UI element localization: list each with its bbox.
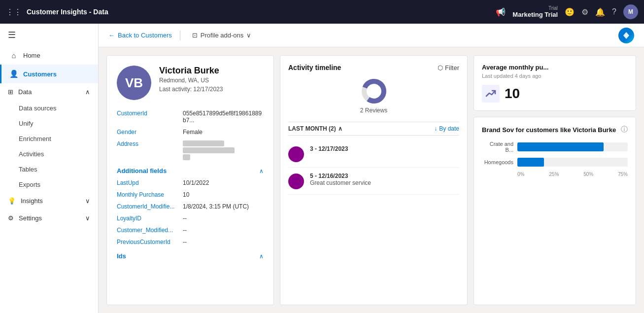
- profile-addons-square-icon: ⊡: [192, 32, 198, 39]
- brand-title: Brand Sov for customers like Victoria Bu…: [482, 126, 616, 134]
- sort-icon: ↓: [434, 125, 437, 132]
- field-gender: Gender Female: [117, 129, 264, 136]
- brand-card: Brand Sov for customers like Victoria Bu…: [474, 117, 636, 305]
- sidebar-item-home[interactable]: ⌂ Home: [0, 46, 98, 65]
- settings-icon: ⚙: [8, 214, 14, 222]
- activity-item-1: 3 - 12/17/2023: [288, 140, 459, 168]
- trend-icon: [482, 85, 500, 103]
- customer-header: VB Victoria Burke Redmond, WA, US Last a…: [117, 66, 264, 100]
- activity-details-1: 3 - 12/17/2023: [310, 145, 348, 152]
- avg-stat-card: Average monthly pu... Last updated 4 day…: [474, 55, 636, 111]
- avg-stat-subtitle: Last updated 4 days ago: [482, 73, 628, 79]
- sidebar-item-tables[interactable]: Tables: [0, 162, 98, 177]
- sidebar-item-settings-label: Settings: [19, 214, 42, 222]
- sidebar-item-activities[interactable]: Activities: [0, 146, 98, 162]
- user-avatar[interactable]: M: [623, 4, 638, 19]
- activity-desc-2: Great customer service: [310, 179, 371, 186]
- filter-button[interactable]: ⬡ Filter: [438, 64, 459, 71]
- activity-title: Activity timeline: [288, 64, 341, 71]
- bar-fill-2: [517, 158, 544, 167]
- field-value-previous-customerid: --: [183, 239, 264, 245]
- profile-addons-button[interactable]: ⊡ Profile add-ons ∨: [188, 30, 255, 41]
- activity-header: Activity timeline ⬡ Filter: [288, 64, 459, 71]
- reviews-section: 2 Reviews: [288, 77, 459, 114]
- ci-logo: [618, 28, 634, 43]
- back-arrow-icon: ←: [108, 32, 115, 39]
- announcements-icon[interactable]: 📢: [496, 7, 506, 17]
- gear-icon[interactable]: ⚙: [581, 7, 588, 17]
- smiley-icon[interactable]: 🙂: [565, 7, 575, 17]
- field-label-customerid: CustomerId: [117, 110, 181, 117]
- brand-title-row: Brand Sov for customers like Victoria Bu…: [482, 125, 628, 134]
- field-customerid: CustomerId 055e8517899d5ef8f19861889b7..…: [117, 110, 264, 124]
- field-label-monthly-purchase: Monthly Purchase: [117, 191, 181, 198]
- additional-fields-label: Additional fields: [117, 167, 167, 174]
- sidebar-item-data-label: Data: [18, 88, 32, 96]
- ids-toggle[interactable]: Ids ∧: [117, 252, 264, 260]
- customer-avatar: VB: [117, 66, 151, 100]
- field-value-customer-modified: --: [183, 227, 264, 234]
- bar-row-1: Crate and B...: [482, 141, 628, 153]
- sidebar: ☰ ⌂ Home 👤 Customers ⊞ Data ∧ Data sourc…: [0, 24, 99, 313]
- sidebar-item-insights[interactable]: 💡 Insights ∨: [0, 192, 98, 209]
- ids-label: Ids: [117, 252, 126, 260]
- settings-chevron-icon: ∨: [85, 214, 90, 222]
- help-icon[interactable]: ?: [612, 7, 616, 16]
- sub-header: ← Back to Customers ⊡ Profile add-ons ∨: [99, 24, 644, 47]
- bar-row-2: Homegoods: [482, 158, 628, 167]
- field-label-customer-modified: Customer_Modified...: [117, 227, 181, 234]
- avg-stat-value-row: 10: [482, 85, 628, 103]
- data-chevron-icon: ∧: [85, 88, 90, 96]
- customer-last-activity: Last activity: 12/17/2023: [159, 86, 223, 93]
- sidebar-item-data-sources[interactable]: Data sources: [0, 101, 98, 116]
- field-value-monthly-purchase: 10: [183, 191, 264, 198]
- sidebar-item-enrichment[interactable]: Enrichment: [0, 131, 98, 146]
- bar-track-1: [517, 142, 628, 151]
- field-lastupd: LastUpd 10/1/2022: [117, 179, 264, 186]
- grid-icon[interactable]: ⋮⋮: [6, 7, 22, 17]
- bar-track-2: [517, 158, 628, 167]
- customer-info: Victoria Burke Redmond, WA, US Last acti…: [159, 66, 223, 93]
- main-content: ← Back to Customers ⊡ Profile add-ons ∨ …: [99, 24, 644, 313]
- sort-button[interactable]: ↓ By date: [434, 125, 459, 132]
- insights-chevron-icon: ∨: [85, 197, 90, 205]
- reviews-donut: [360, 77, 388, 105]
- field-customer-modified: Customer_Modified... --: [117, 227, 264, 234]
- reviews-count: 2 Reviews: [360, 107, 387, 114]
- subheader-divider: [180, 31, 180, 40]
- axis-label-75: 75%: [618, 172, 628, 177]
- brand-label-1: Crate and B...: [482, 141, 513, 153]
- sidebar-item-unify[interactable]: Unify: [0, 116, 98, 131]
- field-monthly-purchase: Monthly Purchase 10: [117, 191, 264, 198]
- period-label[interactable]: LAST MONTH (2) ∧: [288, 125, 342, 132]
- avg-stat-value: 10: [505, 86, 520, 102]
- sidebar-item-exports[interactable]: Exports: [0, 177, 98, 192]
- field-value-gender: Female: [183, 129, 264, 136]
- topbar-icons: 📢 Trial Marketing Trial 🙂 ⚙ 🔔 ? M: [496, 4, 638, 19]
- profile-addons-chevron-icon: ∨: [246, 32, 251, 39]
- hamburger-button[interactable]: ☰: [0, 24, 98, 46]
- customers-icon: 👤: [9, 70, 18, 78]
- ci-logo-circle: [618, 28, 634, 43]
- period-chevron-icon: ∧: [338, 125, 342, 132]
- sidebar-item-insights-label: Insights: [21, 197, 43, 205]
- bell-icon[interactable]: 🔔: [595, 7, 605, 17]
- field-loyaltyid: LoyaltyID --: [117, 215, 264, 222]
- sidebar-item-settings[interactable]: ⚙ Settings ∨: [0, 209, 98, 227]
- brand-label-2: Homegoods: [482, 159, 513, 165]
- bar-chart: Crate and B... Homegoods: [482, 141, 628, 167]
- avg-stat-title: Average monthly pu...: [482, 64, 628, 71]
- bar-fill-1: [517, 142, 604, 151]
- sidebar-item-data[interactable]: ⊞ Data ∧: [0, 83, 98, 101]
- additional-fields-toggle[interactable]: Additional fields ∧: [117, 167, 264, 174]
- field-value-customerid-modified: 1/8/2024, 3:15 PM (UTC): [183, 203, 264, 210]
- customer-card: VB Victoria Burke Redmond, WA, US Last a…: [106, 55, 274, 305]
- field-label-gender: Gender: [117, 129, 181, 136]
- info-icon[interactable]: ⓘ: [621, 125, 628, 134]
- field-label-previous-customerid: PreviousCustomerId: [117, 239, 181, 245]
- field-value-customerid: 055e8517899d5ef8f19861889b7...: [183, 110, 264, 124]
- field-value-loyaltyid: --: [183, 215, 264, 222]
- filter-icon: ⬡: [438, 64, 443, 71]
- back-button[interactable]: ← Back to Customers: [108, 32, 172, 39]
- sidebar-item-customers[interactable]: 👤 Customers: [0, 65, 98, 83]
